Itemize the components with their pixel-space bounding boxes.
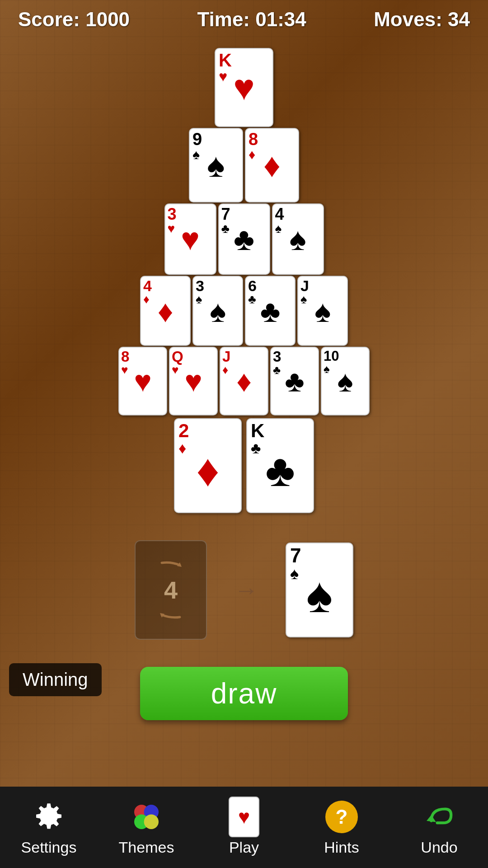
card-6-clubs[interactable]: 6 ♣ ♣ <box>245 276 296 346</box>
nav-play[interactable]: ♥ Play <box>195 799 293 856</box>
card-Q-hearts[interactable]: Q ♥ ♥ <box>169 347 218 415</box>
palette-icon <box>128 799 164 835</box>
card-8-diamonds[interactable]: 8 ♦ ♦ <box>245 128 299 203</box>
nav-undo[interactable]: Undo <box>390 799 488 856</box>
question-icon: ? <box>324 799 360 835</box>
header: Score: 1000 Time: 01:34 Moves: 34 <box>0 0 488 39</box>
card-2-diamonds[interactable]: 2 ♦ ♦ <box>174 418 242 513</box>
card-J-diamonds[interactable]: J ♦ ♦ <box>220 347 268 415</box>
card-3-hearts[interactable]: 3 ♥ ♥ <box>164 203 216 275</box>
card-8-hearts[interactable]: 8 ♥ ♥ <box>118 347 167 415</box>
stock-count: 4 <box>164 576 178 604</box>
pyramid-row-6: 2 ♦ ♦ K ♣ ♣ <box>174 418 314 513</box>
hints-label: Hints <box>324 839 359 856</box>
nav-settings[interactable]: Settings <box>0 799 98 856</box>
pyramid: K ♥ ♥ 9 ♠ ♠ 8 ♦ ♦ 3 ♥ ♥ <box>118 48 370 513</box>
svg-marker-8 <box>427 815 436 822</box>
bottom-nav: Settings Themes ♥ Play ? Hints <box>0 787 488 868</box>
card-3-clubs[interactable]: 3 ♣ ♣ <box>270 347 319 415</box>
pyramid-row-5: 8 ♥ ♥ Q ♥ ♥ J ♦ ♦ 3 ♣ ♣ 10 ♠ ♠ <box>118 347 370 415</box>
score-display: Score: 1000 <box>18 8 130 31</box>
undo-label: Undo <box>421 839 457 856</box>
gear-icon <box>31 799 67 835</box>
arrow-right: → <box>234 576 258 604</box>
stock-pile[interactable]: 4 <box>135 540 207 640</box>
pyramid-row-2: 9 ♠ ♠ 8 ♦ ♦ <box>189 128 299 203</box>
card-9-spades[interactable]: 9 ♠ ♠ <box>189 128 243 203</box>
settings-label: Settings <box>21 839 77 856</box>
card-4-diamonds[interactable]: 4 ♦ ♦ <box>140 276 191 346</box>
pyramid-row-3: 3 ♥ ♥ 7 ♣ ♣ 4 ♠ ♠ <box>164 203 324 275</box>
game-area: K ♥ ♥ 9 ♠ ♠ 8 ♦ ♦ 3 ♥ ♥ <box>0 39 488 787</box>
nav-themes[interactable]: Themes <box>98 799 195 856</box>
draw-button[interactable]: draw <box>140 667 348 720</box>
card-4-spades[interactable]: 4 ♠ ♠ <box>272 203 324 275</box>
pyramid-row-1: K ♥ ♥ <box>215 48 273 127</box>
card-10-spades[interactable]: 10 ♠ ♠ <box>321 347 370 415</box>
card-J-spades-row4[interactable]: J ♠ ♠ <box>297 276 348 346</box>
stock-arrows: 4 <box>158 561 183 619</box>
nav-hints[interactable]: ? Hints <box>293 799 390 856</box>
card-3-spades[interactable]: 3 ♠ ♠ <box>192 276 243 346</box>
waste-card[interactable]: 7 ♠ ♠ <box>286 542 353 637</box>
undo-icon <box>421 799 457 835</box>
play-cards-icon: ♥ <box>226 799 262 835</box>
card-7-clubs[interactable]: 7 ♣ ♣ <box>218 203 270 275</box>
winning-badge: Winning <box>9 663 102 696</box>
play-label: Play <box>229 839 259 856</box>
stock-area: 4 → 7 ♠ ♠ <box>135 540 353 640</box>
moves-display: Moves: 34 <box>374 8 470 31</box>
time-display: Time: 01:34 <box>197 8 306 31</box>
pyramid-row-4: 4 ♦ ♦ 3 ♠ ♠ 6 ♣ ♣ J ♠ ♠ <box>140 276 348 346</box>
themes-label: Themes <box>119 839 174 856</box>
card-K-hearts[interactable]: K ♥ ♥ <box>215 48 273 127</box>
card-K-clubs[interactable]: K ♣ ♣ <box>246 418 314 513</box>
svg-point-7 <box>144 814 159 829</box>
play-card: ♥ <box>229 797 259 837</box>
